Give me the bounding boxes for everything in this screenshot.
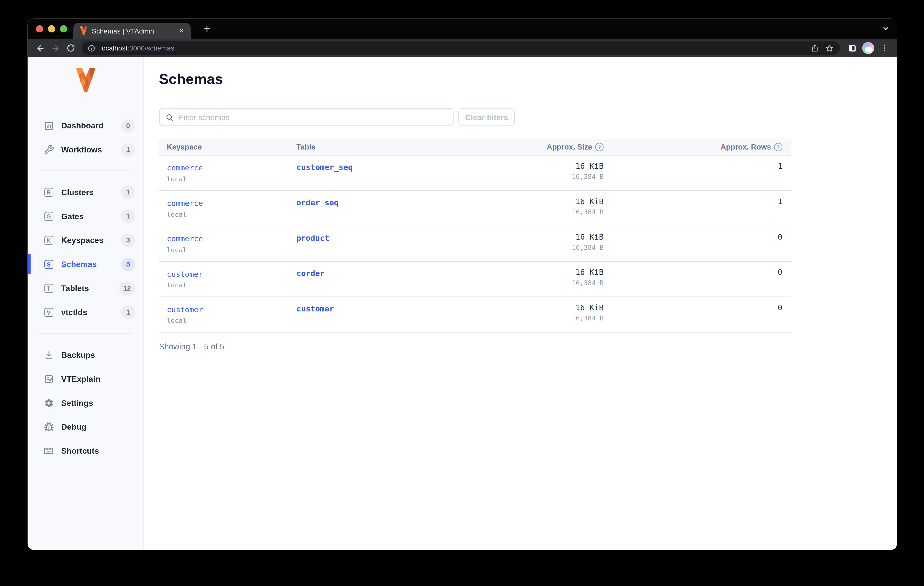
table-link[interactable]: corder bbox=[297, 269, 325, 278]
table-header: Keyspace Table Approx. Size ? Approx. Ro… bbox=[159, 139, 791, 156]
approx-rows-value: 0 bbox=[604, 232, 782, 241]
clusters-icon: R bbox=[43, 187, 54, 198]
table-cell: order_seq bbox=[289, 197, 423, 226]
dashboard-icon bbox=[43, 120, 54, 131]
close-window-button[interactable] bbox=[36, 25, 43, 33]
gates-icon: G bbox=[43, 211, 54, 222]
approx-rows-cell: 1 bbox=[604, 161, 792, 190]
sidebar-item-backups[interactable]: Backups bbox=[28, 343, 144, 367]
table-row: customer local customer 16 KiB 16,384 B … bbox=[159, 297, 791, 333]
table-link[interactable]: order_seq bbox=[297, 198, 339, 207]
sidebar: Dashboard 0 Workflows 1 R Clusters bbox=[28, 57, 144, 550]
sidebar-item-settings[interactable]: Settings bbox=[28, 391, 144, 415]
vitess-favicon-icon bbox=[80, 26, 87, 35]
size-bytes-value: 16,384 B bbox=[424, 315, 604, 322]
keyspace-link[interactable]: commerce bbox=[167, 199, 203, 207]
sidebar-item-schemas[interactable]: S Schemas 5 bbox=[28, 252, 144, 276]
sidebar-item-label: Dashboard bbox=[61, 121, 114, 130]
browser-tab[interactable]: Schemas | VTAdmin × bbox=[73, 23, 191, 39]
search-icon bbox=[165, 113, 173, 121]
back-button[interactable] bbox=[33, 41, 48, 56]
sidebar-divider bbox=[39, 333, 132, 334]
keyboard-icon bbox=[43, 445, 54, 456]
url-path: :3000/schemas bbox=[127, 45, 174, 52]
sidebar-item-label: Schemas bbox=[61, 260, 114, 268]
sidebar-item-label: Debug bbox=[61, 422, 135, 431]
sidebar-item-shortcuts[interactable]: Shortcuts bbox=[28, 439, 144, 463]
bug-icon bbox=[43, 421, 54, 432]
help-icon[interactable]: ? bbox=[774, 142, 782, 151]
sidebar-item-tablets[interactable]: T Tablets 12 bbox=[28, 276, 144, 300]
maximize-window-button[interactable] bbox=[60, 25, 67, 33]
approx-rows-cell: 1 bbox=[604, 197, 792, 226]
doc-check-icon bbox=[43, 373, 54, 384]
schemas-table: Keyspace Table Approx. Size ? Approx. Ro… bbox=[159, 139, 791, 333]
sidebar-item-clusters[interactable]: R Clusters 1 bbox=[28, 180, 144, 204]
bookmark-star-icon[interactable] bbox=[822, 41, 837, 55]
sidebar-item-gates[interactable]: G Gates 1 bbox=[28, 204, 144, 228]
table-link[interactable]: product bbox=[297, 233, 329, 243]
approx-size-value: 16 KiB bbox=[424, 232, 604, 241]
sidebar-item-label: Tablets bbox=[61, 283, 112, 293]
table-row: commerce local order_seq 16 KiB 16,384 B… bbox=[159, 191, 791, 226]
sidebar-nav: Dashboard 0 Workflows 1 R Clusters bbox=[28, 113, 144, 465]
main-content: Schemas Clear filters Keyspace Table App… bbox=[144, 57, 897, 550]
reload-button[interactable] bbox=[63, 41, 78, 56]
table-row: commerce local customer_seq 16 KiB 16,38… bbox=[159, 156, 791, 191]
tab-close-icon[interactable]: × bbox=[177, 26, 185, 36]
size-bytes-value: 16,384 B bbox=[424, 173, 604, 180]
site-info-icon[interactable] bbox=[87, 44, 96, 52]
sidebar-item-label: Backups bbox=[61, 350, 135, 359]
new-tab-button[interactable]: + bbox=[200, 22, 214, 36]
keyspace-link[interactable]: commerce bbox=[167, 234, 203, 243]
sidebar-item-workflows[interactable]: Workflows 1 bbox=[28, 137, 144, 161]
help-icon[interactable]: ? bbox=[595, 142, 604, 151]
approx-rows-value: 0 bbox=[604, 268, 782, 277]
cluster-name: local bbox=[167, 246, 289, 254]
sidebar-item-label: Workflows bbox=[61, 145, 114, 154]
table-link[interactable]: customer_seq bbox=[297, 163, 353, 172]
sidebar-item-badge: 1 bbox=[121, 185, 135, 199]
sidebar-item-dashboard[interactable]: Dashboard 0 bbox=[28, 113, 144, 137]
keyspace-link[interactable]: customer bbox=[167, 305, 203, 314]
keyspace-cell: customer local bbox=[159, 268, 289, 296]
filter-input-wrapper bbox=[159, 108, 454, 126]
filter-schemas-input[interactable] bbox=[178, 112, 447, 122]
sidebar-item-badge: 1 bbox=[121, 209, 135, 223]
approx-size-value: 16 KiB bbox=[424, 303, 604, 312]
sidebar-item-label: Gates bbox=[61, 212, 114, 221]
keyspace-link[interactable]: commerce bbox=[167, 163, 203, 172]
address-bar[interactable]: localhost:3000/schemas bbox=[81, 41, 840, 55]
window-controls bbox=[36, 25, 67, 33]
sidebar-item-badge: 1 bbox=[121, 142, 135, 156]
forward-button[interactable] bbox=[48, 41, 63, 56]
sidebar-item-vtctlds[interactable]: V vtctlds 1 bbox=[28, 300, 144, 324]
keyspace-link[interactable]: customer bbox=[167, 270, 203, 278]
table-cell: customer bbox=[289, 303, 423, 332]
download-icon bbox=[43, 349, 54, 360]
side-panel-icon[interactable] bbox=[845, 41, 860, 56]
clear-filters-button[interactable]: Clear filters bbox=[459, 108, 515, 126]
approx-rows-value: 0 bbox=[604, 303, 782, 312]
minimize-window-button[interactable] bbox=[48, 25, 55, 33]
vtctlds-icon: V bbox=[43, 307, 54, 318]
table-cell: customer_seq bbox=[289, 161, 423, 190]
approx-rows-cell: 0 bbox=[604, 303, 792, 332]
browser-menu-icon[interactable] bbox=[877, 41, 892, 56]
column-header-approx-size: Approx. Size ? bbox=[424, 142, 604, 151]
approx-size-cell: 16 KiB 16,384 B bbox=[424, 232, 604, 261]
column-header-keyspace: Keyspace bbox=[159, 142, 289, 151]
sidebar-item-keyspaces[interactable]: K Keyspaces 3 bbox=[28, 228, 144, 252]
chevron-down-icon[interactable] bbox=[882, 25, 890, 32]
approx-size-cell: 16 KiB 16,384 B bbox=[424, 303, 604, 332]
table-link[interactable]: customer bbox=[297, 305, 334, 313]
profile-avatar[interactable] bbox=[862, 42, 874, 54]
sidebar-item-vtexplain[interactable]: VTExplain bbox=[28, 367, 144, 391]
url-text: localhost:3000/schemas bbox=[100, 45, 174, 52]
tab-strip: Schemas | VTAdmin × + bbox=[28, 19, 897, 39]
share-icon[interactable] bbox=[807, 41, 822, 55]
sidebar-item-debug[interactable]: Debug bbox=[28, 415, 144, 439]
column-header-label: Approx. Rows bbox=[721, 142, 771, 151]
sidebar-item-label: VTExplain bbox=[61, 374, 135, 383]
sidebar-item-label: vtctlds bbox=[61, 308, 114, 316]
